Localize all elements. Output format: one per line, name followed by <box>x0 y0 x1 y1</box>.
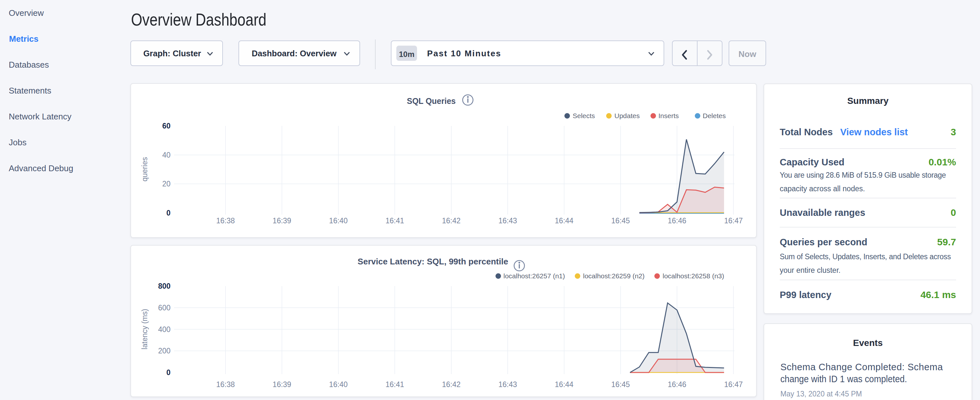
svg-text:16:44: 16:44 <box>555 217 574 225</box>
svg-text:Updates: Updates <box>614 112 640 120</box>
svg-text:200: 200 <box>158 347 170 355</box>
svg-text:60: 60 <box>162 122 170 130</box>
svg-text:16:38: 16:38 <box>216 217 235 225</box>
svg-text:16:45: 16:45 <box>611 217 630 225</box>
svg-text:16:45: 16:45 <box>611 380 630 389</box>
svg-text:localhost:26257 (n1): localhost:26257 (n1) <box>503 272 565 280</box>
svg-text:600: 600 <box>158 304 170 312</box>
svg-text:16:41: 16:41 <box>386 217 404 225</box>
svg-text:16:40: 16:40 <box>329 217 348 225</box>
svg-text:16:39: 16:39 <box>273 217 291 225</box>
svg-text:queries: queries <box>140 157 149 181</box>
svg-text:0: 0 <box>166 209 170 217</box>
svg-text:localhost:26259 (n2): localhost:26259 (n2) <box>583 272 644 280</box>
svg-text:16:38: 16:38 <box>216 380 235 389</box>
svg-text:16:47: 16:47 <box>724 217 743 225</box>
svg-text:16:47: 16:47 <box>724 380 743 389</box>
svg-text:16:41: 16:41 <box>386 380 404 389</box>
svg-text:Deletes: Deletes <box>703 112 726 120</box>
svg-text:Service Latency: SQL, 99th per: Service Latency: SQL, 99th percentile <box>358 257 508 266</box>
svg-text:40: 40 <box>162 151 170 159</box>
svg-text:16:46: 16:46 <box>668 380 687 389</box>
svg-text:16:42: 16:42 <box>442 380 461 389</box>
svg-text:0: 0 <box>166 368 170 377</box>
svg-text:Inserts: Inserts <box>659 112 679 120</box>
svg-text:16:39: 16:39 <box>273 380 291 389</box>
svg-text:latency (ms): latency (ms) <box>140 309 149 349</box>
svg-text:16:43: 16:43 <box>498 217 517 225</box>
svg-text:16:43: 16:43 <box>498 380 517 389</box>
svg-text:400: 400 <box>158 325 170 334</box>
svg-text:16:40: 16:40 <box>329 380 348 389</box>
svg-text:Selects: Selects <box>573 112 595 120</box>
svg-text:16:44: 16:44 <box>555 380 574 389</box>
svg-text:800: 800 <box>158 282 170 290</box>
svg-text:localhost:26258 (n3): localhost:26258 (n3) <box>663 272 724 280</box>
svg-text:16:46: 16:46 <box>668 217 687 225</box>
svg-text:20: 20 <box>162 180 170 188</box>
svg-text:16:42: 16:42 <box>442 217 461 225</box>
svg-text:SQL Queries: SQL Queries <box>407 96 456 105</box>
